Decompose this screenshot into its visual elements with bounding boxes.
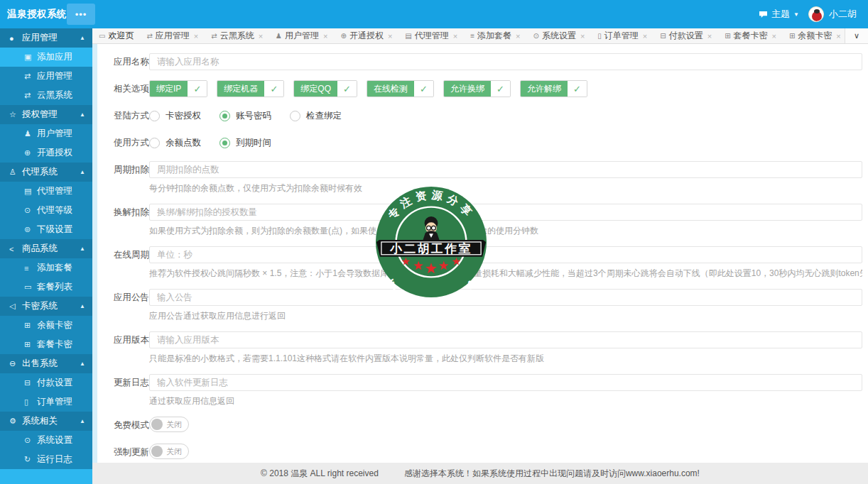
sidebar-collapse-button[interactable]: ••• xyxy=(67,4,95,25)
sidebar-item-代理管理[interactable]: ▤代理管理 xyxy=(0,182,92,201)
force-update-label: 强制更新 xyxy=(114,444,149,461)
checkbox-允许换绑[interactable]: 允许换绑✓ xyxy=(443,80,511,97)
sidebar-item-用户管理[interactable]: ♟用户管理 xyxy=(0,124,92,143)
checkbox-check-icon: ✓ xyxy=(188,81,207,97)
app-notice-input[interactable] xyxy=(149,289,862,306)
form-row-related-options: 相关选项绑定IP✓绑定机器✓绑定QQ✓在线检测✓允许换绑✓允许解绑✓ xyxy=(114,80,862,97)
sidebar-item-添加应用[interactable]: ▣添加应用 xyxy=(0,48,92,67)
checkbox-绑定IP[interactable]: 绑定IP✓ xyxy=(149,80,207,97)
free-mode-toggle[interactable]: 关闭 xyxy=(149,417,189,432)
sidebar-item-运行日志[interactable]: ↻运行日志 xyxy=(0,450,92,469)
clock-icon: ⊙ xyxy=(24,206,37,215)
sidebar-section-出售系统[interactable]: ⊖出售系统▲ xyxy=(0,354,92,373)
tab-代理管理[interactable]: ▤代理管理× xyxy=(398,28,464,43)
sidebar-section-商品系统[interactable]: <商品系统▲ xyxy=(0,239,92,258)
tab-余额卡密[interactable]: ⊞余额卡密× xyxy=(783,28,845,43)
tab-应用管理[interactable]: ⇄应用管理× xyxy=(140,28,205,43)
sidebar-item-系统设置[interactable]: ⊙系统设置 xyxy=(0,431,92,450)
rebind-deduct-input[interactable] xyxy=(149,204,862,221)
avatar[interactable] xyxy=(808,6,824,22)
tab-close-icon[interactable]: × xyxy=(516,32,520,40)
sidebar-item-label: 用户管理 xyxy=(37,128,72,140)
checkbox-绑定机器[interactable]: 绑定机器✓ xyxy=(217,80,284,97)
collapse-arrow-icon: ▲ xyxy=(80,361,85,367)
tab-close-icon[interactable]: × xyxy=(772,32,776,40)
checkbox-在线检测[interactable]: 在线检测✓ xyxy=(367,80,434,97)
checkbox-label: 绑定机器 xyxy=(217,81,264,97)
sidebar-item-添加套餐[interactable]: ≡添加套餐 xyxy=(0,258,92,277)
collapse-arrow-icon: ▲ xyxy=(80,169,85,175)
tab-overflow-button[interactable]: ∨ xyxy=(845,28,868,43)
cycle-deduct-input[interactable] xyxy=(149,161,862,178)
tab-开通授权[interactable]: ⊕开通授权× xyxy=(335,28,399,43)
tab-close-icon[interactable]: × xyxy=(259,32,263,40)
radio-到期时间[interactable]: 到期时间 xyxy=(219,134,271,151)
radio-检查绑定[interactable]: 检查绑定 xyxy=(290,107,342,124)
tab-close-icon[interactable]: × xyxy=(643,32,647,40)
checkbox-check-icon: ✓ xyxy=(568,81,587,97)
tab-close-icon[interactable]: × xyxy=(194,32,198,40)
radio-余额点数[interactable]: 余额点数 xyxy=(149,134,201,151)
tab-套餐卡密[interactable]: ⊞套餐卡密× xyxy=(718,28,783,43)
sidebar-item-代理等级[interactable]: ⊙代理等级 xyxy=(0,201,92,220)
checkbox-允许解绑[interactable]: 允许解绑✓ xyxy=(520,80,587,97)
sidebar-section-应用管理[interactable]: ●应用管理▲ xyxy=(0,28,92,48)
app-name-field xyxy=(149,53,862,70)
cycle-deduct-label: 周期扣除 xyxy=(114,161,149,178)
switch-knob xyxy=(151,446,163,457)
rebind-deduct-help: 如果使用方式为扣除余额，则为扣除的余额数量(点)，如果使用方式为到期时间，则为扣… xyxy=(149,225,862,236)
chevron-down-icon: ∨ xyxy=(854,31,859,40)
app-notice-field: 应用公告通过获取应用信息进行返回 xyxy=(149,289,862,321)
sidebar-item-云黑系统[interactable]: ⇄云黑系统 xyxy=(0,86,92,105)
tab-label: 代理管理 xyxy=(415,30,449,42)
sidebar-item-订单管理[interactable]: ▯订单管理 xyxy=(0,392,92,412)
usage-mode-field: 余额点数到期时间 xyxy=(149,134,862,151)
force-update-toggle[interactable]: 关闭 xyxy=(149,444,189,459)
checkbox-check-icon: ✓ xyxy=(337,81,357,97)
sidebar-item-开通授权[interactable]: ⊕开通授权 xyxy=(0,143,92,163)
tab-订单管理[interactable]: ▯订单管理× xyxy=(591,28,653,43)
sidebar-item-下级设置[interactable]: ⊚下级设置 xyxy=(0,220,92,239)
sidebar-item-付款设置[interactable]: ⊟付款设置 xyxy=(0,373,92,392)
sidebar-item-套餐列表[interactable]: ▭套餐列表 xyxy=(0,277,92,297)
tab-欢迎页[interactable]: ▭欢迎页 xyxy=(92,28,140,43)
window-icon: ▭ xyxy=(99,32,105,40)
tab-系统设置[interactable]: ⊙系统设置× xyxy=(527,28,592,43)
tab-close-icon[interactable]: × xyxy=(323,32,327,40)
app-name-input[interactable] xyxy=(149,53,862,70)
file-icon: ▯ xyxy=(597,32,602,40)
online-cycle-input[interactable] xyxy=(149,246,862,263)
tab-close-icon[interactable]: × xyxy=(707,32,712,40)
sidebar-item-label: 云黑系统 xyxy=(37,89,72,101)
sidebar-section-代理系统[interactable]: ♙代理系统▲ xyxy=(0,163,92,182)
sidebar-item-应用管理[interactable]: ⇄应用管理 xyxy=(0,67,92,86)
tab-用户管理[interactable]: ♟用户管理× xyxy=(269,28,334,43)
update-log-input[interactable] xyxy=(149,374,862,391)
free-mode-label: 免费模式 xyxy=(114,417,149,434)
radio-账号密码[interactable]: 账号密码 xyxy=(219,107,271,124)
sidebar-item-余额卡密[interactable]: ⊞余额卡密 xyxy=(0,316,92,335)
tab-添加套餐[interactable]: ≡添加套餐× xyxy=(464,28,526,43)
app-window: 温泉授权系统 ••• 主题 ▼ 小二胡 ●应用管理▲▣添加应用⇄应用管理⇄云黑系… xyxy=(0,0,868,484)
sidebar-section-授权管理[interactable]: ☆授权管理▲ xyxy=(0,105,92,124)
update-log-label: 更新日志 xyxy=(114,374,149,391)
sidebar-section-系统相关[interactable]: ⚙系统相关▲ xyxy=(0,412,92,431)
app-title: 温泉授权系统 xyxy=(7,8,67,21)
tab-close-icon[interactable]: × xyxy=(453,32,457,40)
tab-close-icon[interactable]: × xyxy=(580,32,585,40)
tab-付款设置[interactable]: ⊟付款设置× xyxy=(653,28,718,43)
sidebar-section-卡密系统[interactable]: ◁卡密系统▲ xyxy=(0,297,92,316)
theme-switcher[interactable]: 主题 ▼ xyxy=(759,8,799,21)
tab-云黑系统[interactable]: ⇄云黑系统× xyxy=(205,28,269,43)
tab-close-icon[interactable]: × xyxy=(836,32,840,40)
app-version-input[interactable] xyxy=(149,331,862,348)
tab-label: 云黑系统 xyxy=(220,30,254,42)
radio-卡密授权[interactable]: 卡密授权 xyxy=(149,107,201,124)
username[interactable]: 小二胡 xyxy=(829,8,857,21)
form-row-cycle-deduct: 周期扣除每分钟扣除的余额点数，仅使用方式为扣除余额时候有效 xyxy=(114,161,862,194)
collapse-arrow-icon: ▲ xyxy=(80,418,85,424)
grid-plus-icon: ⊞ xyxy=(24,321,37,330)
sidebar-item-套餐卡密[interactable]: ⊞套餐卡密 xyxy=(0,335,92,354)
tab-close-icon[interactable]: × xyxy=(388,32,392,40)
checkbox-绑定QQ[interactable]: 绑定QQ✓ xyxy=(293,80,357,97)
